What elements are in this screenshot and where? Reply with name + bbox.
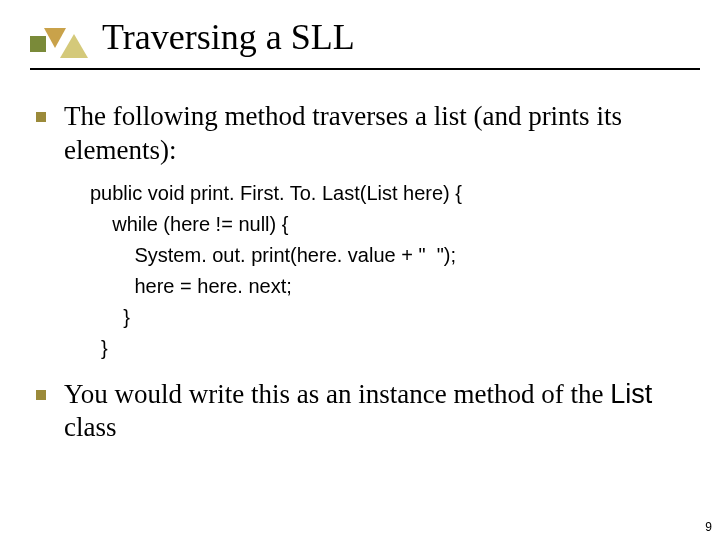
deco-square	[30, 36, 46, 52]
bullet-icon	[36, 390, 46, 400]
title-underline	[30, 68, 700, 70]
bullet-item: You would write this as an instance meth…	[30, 378, 690, 446]
slide: Traversing a SLL The following method tr…	[0, 0, 720, 540]
code-line: here = here. next;	[90, 275, 292, 297]
page-number: 9	[705, 520, 712, 534]
inline-code: List	[610, 379, 652, 409]
title-row: Traversing a SLL	[30, 16, 690, 72]
code-block: public void print. First. To. Last(List …	[90, 178, 690, 364]
bullet-icon	[36, 112, 46, 122]
code-line: while (here != null) {	[90, 213, 288, 235]
code-line: }	[90, 337, 108, 359]
bullet-text: You would write this as an instance meth…	[64, 378, 690, 446]
title-decoration-icon	[30, 26, 88, 62]
code-line: public void print. First. To. Last(List …	[90, 182, 462, 204]
deco-triangle-1	[44, 28, 66, 48]
deco-triangle-2	[60, 34, 88, 58]
code-line: System. out. print(here. value + " ");	[90, 244, 456, 266]
bullet-text-suffix: class	[64, 412, 116, 442]
code-line: }	[90, 306, 130, 328]
bullet-item: The following method traverses a list (a…	[30, 100, 690, 168]
slide-title: Traversing a SLL	[102, 16, 355, 58]
slide-body: The following method traverses a list (a…	[30, 100, 690, 449]
bullet-text-prefix: You would write this as an instance meth…	[64, 379, 610, 409]
bullet-text: The following method traverses a list (a…	[64, 100, 690, 168]
